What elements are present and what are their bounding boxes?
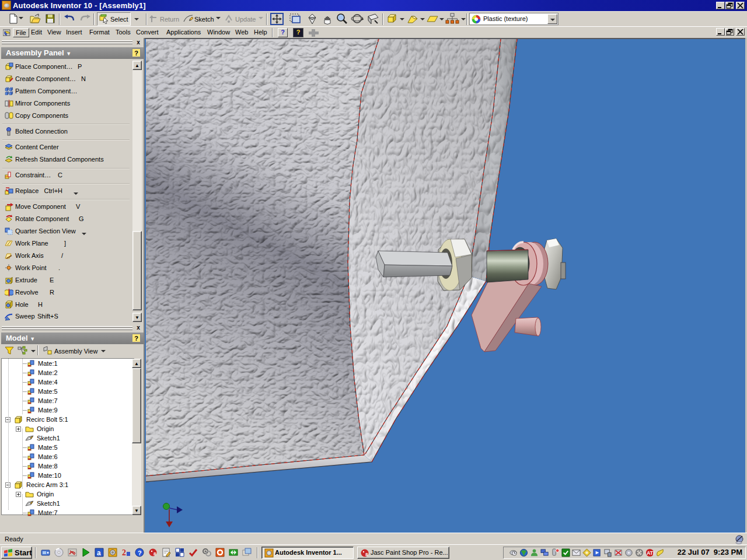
svg-text:ATI: ATI [647,550,654,556]
svg-text:2: 2 [122,548,126,557]
svg-text:8: 8 [153,551,156,556]
svg-text:a: a [97,549,101,557]
svg-text:?: ? [138,550,142,556]
svg-text:8: 8 [365,552,368,557]
